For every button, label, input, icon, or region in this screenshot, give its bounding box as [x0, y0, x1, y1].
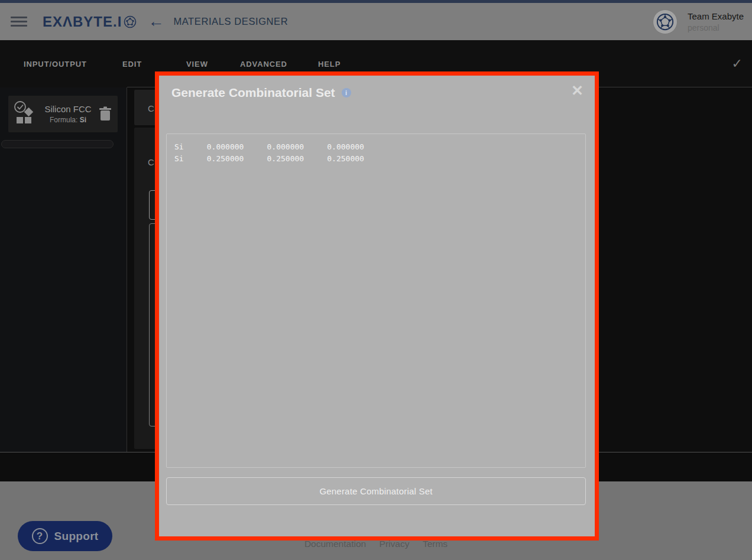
background-clipped-text: C	[148, 157, 154, 167]
material-name: Silicon FCC	[37, 104, 99, 114]
user-info: Team Exabyte personal	[688, 11, 744, 32]
material-info: Silicon FCC Formula: Si	[37, 104, 99, 124]
sidebar-scrollbar[interactable]	[1, 140, 114, 148]
menu-edit[interactable]: EDIT	[122, 40, 142, 87]
material-list-item[interactable]: Silicon FCC Formula: Si	[8, 96, 118, 132]
brand-logo[interactable]: EXΛBYTE.I	[43, 14, 137, 30]
close-icon[interactable]: ✕	[571, 83, 584, 98]
dialog-title: Generate Combinatorial Set	[171, 86, 335, 100]
fullerene-avatar-icon	[656, 13, 674, 31]
back-arrow-icon[interactable]: ←	[148, 14, 164, 30]
fullerene-icon	[123, 15, 137, 29]
delete-material-icon[interactable]	[99, 106, 112, 122]
user-name: Team Exabyte	[688, 11, 744, 21]
info-icon[interactable]: i	[342, 88, 351, 97]
user-account-type: personal	[688, 23, 744, 32]
materials-sidebar: Silicon FCC Formula: Si	[0, 87, 127, 452]
basis-textarea[interactable]: Si 0.000000 0.000000 0.000000Si 0.250000…	[166, 134, 586, 468]
basis-line: Si 0.250000 0.250000 0.250000	[174, 153, 578, 165]
question-icon: ?	[32, 528, 48, 544]
support-button[interactable]: ? Support	[18, 521, 112, 551]
basis-line: Si 0.000000 0.000000 0.000000	[174, 141, 578, 153]
formula-label: Formula:	[50, 116, 80, 124]
dialog-title-row: Generate Combinatorial Set i	[171, 86, 351, 100]
material-formula: Formula: Si	[37, 116, 99, 124]
page-title: MATERIALS DESIGNER	[173, 16, 288, 27]
material-selected-icon[interactable]	[12, 100, 36, 128]
formula-value: Si	[80, 116, 86, 124]
brand-logo-text: EXΛBYTE.I	[43, 14, 122, 30]
generate-combinatorial-set-button[interactable]: Generate Combinatorial Set	[166, 477, 586, 505]
app-header: EXΛBYTE.I ← MATERIALS DESIGNER	[0, 3, 752, 40]
generate-combinatorial-set-dialog: Generate Combinatorial Set i ✕ Si 0.0000…	[155, 71, 599, 541]
account-menu[interactable]: Team Exabyte personal	[653, 3, 744, 40]
hamburger-menu-icon[interactable]	[11, 14, 27, 29]
avatar	[653, 9, 678, 34]
apply-check-icon[interactable]: ✓	[732, 40, 743, 87]
background-clipped-text: C	[148, 103, 154, 113]
materials-designer-app: EXΛBYTE.I ← MATERIALS DESIGNER	[0, 0, 752, 560]
support-button-label: Support	[54, 530, 99, 543]
menu-input-output[interactable]: INPUT/OUTPUT	[24, 40, 87, 87]
